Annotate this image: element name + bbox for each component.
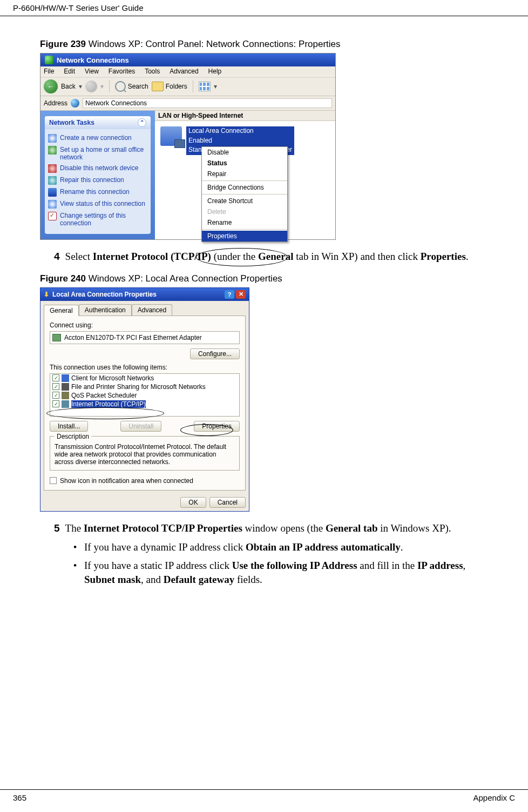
- tasks-panel-header[interactable]: Network Tasks ⌃: [45, 116, 151, 129]
- address-label: Address: [44, 99, 67, 107]
- connection-name: Local Area Connection: [186, 126, 294, 136]
- address-bar: Address: [40, 96, 335, 111]
- checkbox-icon[interactable]: ✓: [52, 400, 59, 407]
- task-rename-connection[interactable]: Rename this connection: [48, 186, 147, 198]
- folders-button[interactable]: Folders: [152, 82, 187, 91]
- context-menu: Disable Status Repair Bridge Connections…: [201, 146, 288, 242]
- figure-240-title: Windows XP: Local Area Connection Proper…: [89, 273, 282, 284]
- menu-advanced[interactable]: Advanced: [170, 68, 198, 75]
- cancel-button[interactable]: Cancel: [209, 497, 246, 508]
- ok-button[interactable]: OK: [180, 497, 206, 508]
- component-icon: [62, 400, 69, 408]
- ctx-separator: [202, 229, 287, 230]
- ctx-status[interactable]: Status: [202, 158, 287, 169]
- tab-advanced[interactable]: Advanced: [132, 304, 172, 316]
- step-text: The Internet Protocol TCP/IP Properties …: [65, 521, 451, 535]
- text-run: window opens (the: [242, 522, 326, 534]
- item-label: Internet Protocol (TCP/IP): [71, 400, 146, 408]
- task-label: Change settings of this connection: [60, 212, 147, 227]
- annotation-circle: [196, 248, 288, 266]
- address-input[interactable]: [83, 98, 332, 108]
- tab-strip: General Authentication Advanced: [40, 301, 249, 316]
- ctx-shortcut[interactable]: Create Shortcut: [202, 196, 287, 206]
- ctx-rename[interactable]: Rename: [202, 217, 287, 228]
- screenshot-network-connections: Network Connections File Edit View Favor…: [40, 53, 336, 240]
- text-run: If you have a dynamic IP address click: [84, 541, 246, 553]
- component-icon: [62, 374, 69, 382]
- menu-help[interactable]: Help: [208, 68, 222, 75]
- toolbar-separator: [193, 80, 193, 92]
- task-label: Rename this connection: [60, 188, 130, 196]
- ctx-repair[interactable]: Repair: [202, 169, 287, 179]
- ctx-properties[interactable]: Properties: [202, 231, 287, 241]
- menu-file[interactable]: File: [44, 68, 54, 75]
- description-text: Transmission Control Protocol/Internet P…: [55, 443, 235, 466]
- component-icon: [62, 392, 69, 399]
- list-item[interactable]: ✓Client for Microsoft Networks: [50, 374, 239, 382]
- checkbox-icon[interactable]: ✓: [52, 374, 59, 381]
- list-item[interactable]: ✓QoS Packet Scheduler: [50, 391, 239, 400]
- figure-239-title: Windows XP: Control Panel: Network Conne…: [89, 39, 341, 49]
- step-number: 5: [54, 521, 60, 535]
- adapter-name: Accton EN1207D-TX PCI Fast Ethernet Adap…: [64, 334, 202, 341]
- nic-icon: [52, 334, 61, 341]
- configure-button[interactable]: Configure...: [190, 348, 240, 359]
- item-label: QoS Packet Scheduler: [71, 392, 137, 399]
- address-icon: [71, 99, 79, 108]
- list-item-selected[interactable]: ✓Internet Protocol (TCP/IP): [50, 400, 239, 408]
- tab-authentication[interactable]: Authentication: [79, 304, 132, 316]
- task-disable-device[interactable]: Disable this network device: [48, 163, 147, 175]
- search-label: Search: [128, 83, 148, 90]
- menu-view[interactable]: View: [85, 68, 99, 75]
- task-change-settings[interactable]: Change settings of this connection: [48, 210, 147, 229]
- dialog-title: Local Area Connection Properties: [52, 291, 157, 298]
- component-icon: [62, 383, 69, 391]
- task-create-connection[interactable]: Create a new connection: [48, 132, 147, 144]
- ctx-disable[interactable]: Disable: [202, 147, 287, 158]
- dialog-titlebar[interactable]: ⬇ Local Area Connection Properties ? ✕: [40, 288, 249, 301]
- text-run: If you have a static IP address click: [84, 560, 232, 571]
- task-view-status[interactable]: View status of this connection: [48, 198, 147, 210]
- views-button-icon[interactable]: [199, 82, 211, 91]
- figure-240-number: Figure 240: [40, 273, 89, 284]
- back-button-icon[interactable]: ←: [44, 79, 58, 93]
- bullet-item: If you have a static IP address click Us…: [82, 559, 488, 586]
- annotation-circle: [46, 407, 164, 419]
- toolbar-separator: [109, 80, 110, 92]
- step-5: 5 The Internet Protocol TCP/IP Propertie…: [54, 521, 488, 535]
- window-titlebar[interactable]: Network Connections: [40, 53, 335, 66]
- step-number: 4: [54, 250, 60, 264]
- search-button[interactable]: Search: [115, 81, 148, 92]
- collapse-icon[interactable]: ⌃: [138, 118, 146, 127]
- list-item[interactable]: ✓File and Printer Sharing for Microsoft …: [50, 382, 239, 391]
- text-run: and fill in the: [357, 560, 417, 571]
- search-icon: [115, 81, 126, 92]
- item-label: Client for Microsoft Networks: [71, 374, 154, 382]
- menu-favorites[interactable]: Favorites: [109, 68, 135, 75]
- show-icon-checkbox[interactable]: [50, 477, 57, 484]
- task-label: Create a new connection: [60, 134, 132, 142]
- figure-239-caption: Figure 239 Windows XP: Control Panel: Ne…: [40, 39, 488, 50]
- ctx-bridge[interactable]: Bridge Connections: [202, 182, 287, 193]
- connection-icon: [160, 126, 182, 146]
- task-repair-connection[interactable]: Repair this connection: [48, 175, 147, 186]
- back-button-label[interactable]: Back: [61, 83, 76, 90]
- menu-tools[interactable]: Tools: [145, 68, 160, 75]
- checkbox-icon[interactable]: ✓: [52, 392, 59, 399]
- menu-edit[interactable]: Edit: [64, 68, 75, 75]
- network-connections-icon: [45, 56, 53, 64]
- page-number: 365: [13, 793, 26, 802]
- tab-general[interactable]: General: [44, 305, 79, 316]
- close-icon[interactable]: ✕: [236, 290, 246, 299]
- connect-using-label: Connect using:: [50, 321, 240, 329]
- install-button[interactable]: Install...: [50, 421, 88, 432]
- task-setup-network[interactable]: Set up a home or small office network: [48, 144, 147, 163]
- menu-bar: File Edit View Favorites Tools Advanced …: [40, 66, 335, 77]
- annotation-circle: [180, 424, 233, 436]
- task-label: Set up a home or small office network: [60, 146, 147, 161]
- checkbox-icon[interactable]: ✓: [52, 383, 59, 390]
- ctx-separator: [202, 180, 287, 181]
- text-bold: Internet Protocol TCP/IP Properties: [84, 522, 242, 534]
- help-icon[interactable]: ?: [225, 290, 234, 299]
- bullet-list: If you have a dynamic IP address click O…: [82, 540, 488, 586]
